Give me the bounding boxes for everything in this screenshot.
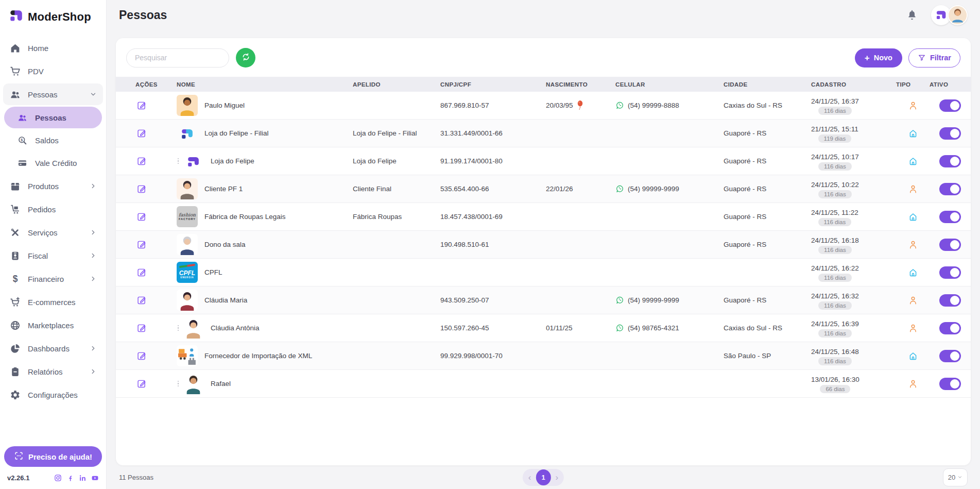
- registration-date: 24/11/25, 10:22: [811, 181, 859, 189]
- edit-button[interactable]: [136, 183, 149, 195]
- cell-nome: fashionFACTORYFábrica de Roupas Legais: [173, 206, 353, 227]
- sidebar-item-pessoas[interactable]: Pessoas: [3, 83, 103, 105]
- edit-button[interactable]: [136, 378, 149, 390]
- person-name: CPFL: [204, 268, 222, 276]
- phone-number: (54) 99999-8888: [628, 102, 679, 109]
- whatsapp-link[interactable]: (54) 99999-9999: [615, 296, 724, 305]
- active-toggle[interactable]: [939, 211, 961, 223]
- sidebar-footer: v2.26.1: [0, 472, 106, 489]
- whatsapp-link[interactable]: (54) 99999-9999: [615, 184, 724, 193]
- app-logo-text: ModerShop: [28, 10, 91, 24]
- active-toggle[interactable]: [939, 350, 961, 362]
- house-type-icon: [908, 351, 918, 361]
- sidebar-item-produtos[interactable]: Produtos: [3, 175, 103, 197]
- home-icon: [9, 42, 21, 54]
- sidebar-item-marketplaces[interactable]: Marketplaces: [3, 314, 103, 336]
- active-toggle[interactable]: [939, 127, 961, 140]
- people-icon: [16, 112, 28, 123]
- sidebar-item-home[interactable]: Home: [3, 37, 103, 59]
- registration-date: 24/11/25, 10:17: [811, 153, 859, 161]
- column-header-celular: CELULAR: [615, 81, 724, 88]
- sidebar-item-label: Fiscal: [28, 251, 48, 260]
- cell-tipo: [896, 351, 930, 361]
- active-toggle[interactable]: [939, 266, 961, 279]
- table-row-dono-da-sala: Dono da sala190.498.510-61Guaporé - RS24…: [116, 231, 971, 259]
- new-record-button[interactable]: + Novo: [855, 48, 902, 68]
- edit-button[interactable]: [136, 350, 149, 362]
- sidebar-item-label: Marketplaces: [28, 321, 74, 330]
- instagram-icon[interactable]: [54, 474, 62, 482]
- facebook-icon[interactable]: [66, 474, 74, 482]
- whatsapp-link[interactable]: (54) 99999-8888: [615, 101, 724, 110]
- active-toggle[interactable]: [939, 99, 961, 112]
- row-avatar: [177, 290, 198, 311]
- search-input[interactable]: [126, 48, 229, 68]
- youtube-icon[interactable]: [91, 474, 99, 482]
- edit-button[interactable]: [136, 294, 149, 307]
- active-toggle[interactable]: [939, 322, 961, 334]
- cell-apelido: Loja do Felipe - Filial: [353, 129, 440, 137]
- sidebar-item-fiscal[interactable]: Fiscal: [3, 245, 103, 266]
- sidebar-item-dashboards[interactable]: Dashboards: [3, 338, 103, 359]
- active-toggle[interactable]: [939, 155, 961, 167]
- cell-cadastro: 24/11/25, 11:22116 dias: [811, 208, 896, 226]
- cell-nome: Cláudia Antônia: [173, 317, 353, 339]
- sidebar-item-financeiro[interactable]: $Financeiro: [3, 268, 103, 290]
- linkedin-icon[interactable]: [79, 474, 87, 482]
- page-size-select[interactable]: 20: [943, 468, 968, 486]
- app-logo[interactable]: ModerShop: [0, 0, 106, 31]
- edit-button[interactable]: [136, 127, 149, 140]
- edit-button[interactable]: [136, 155, 149, 167]
- record-count: 11 Pessoas: [119, 474, 153, 481]
- active-toggle[interactable]: [939, 294, 961, 307]
- edit-button[interactable]: [136, 322, 149, 334]
- active-toggle[interactable]: [939, 378, 961, 390]
- cell-tipo: [896, 184, 930, 194]
- sidebar-item-saldos-sub[interactable]: $Saldos: [4, 129, 102, 151]
- person-type-icon: [908, 323, 918, 333]
- person-type-icon: [908, 240, 918, 250]
- cell-nome: Loja do Felipe - Filial: [173, 123, 353, 144]
- edit-button[interactable]: [136, 211, 149, 223]
- active-toggle[interactable]: [939, 239, 961, 251]
- active-toggle[interactable]: [939, 183, 961, 195]
- cell-cnpj-cpf: 31.331.449/0001-66: [440, 129, 546, 137]
- filter-button[interactable]: Filtrar: [908, 48, 960, 68]
- registration-date: 24/11/25, 16:22: [811, 264, 859, 272]
- whatsapp-link[interactable]: (54) 98765-4321: [615, 324, 724, 332]
- cell-cadastro: 13/01/26, 16:3066 dias: [811, 375, 896, 393]
- notifications-bell-icon[interactable]: [906, 9, 918, 21]
- person-type-icon: [908, 295, 918, 306]
- page-title: Pessoas: [119, 8, 167, 22]
- cell-cadastro: 24/11/25, 16:37116 dias: [811, 96, 896, 115]
- sidebar-item-pdv[interactable]: PDV: [3, 60, 103, 82]
- sidebar-item-e-commerces[interactable]: E-commerces: [3, 291, 103, 313]
- user-avatar[interactable]: [948, 5, 968, 25]
- row-avatar: [183, 317, 204, 339]
- sidebar-item-configuracoes[interactable]: Configurações: [3, 384, 103, 406]
- next-page-button[interactable]: ›: [555, 473, 560, 482]
- help-button[interactable]: Preciso de ajuda!: [4, 446, 102, 467]
- refresh-button[interactable]: [236, 48, 255, 68]
- sidebar-menu: HomePDVPessoasPessoas$SaldosVale Crédito…: [0, 36, 106, 407]
- registration-date: 24/11/25, 16:48: [811, 348, 859, 356]
- edit-button[interactable]: [136, 99, 149, 112]
- person-name: Loja do Felipe: [211, 157, 254, 165]
- edit-button[interactable]: [136, 266, 149, 279]
- whatsapp-icon: [615, 296, 624, 305]
- column-header-ativo: ATIVO: [930, 81, 971, 88]
- sidebar-item-vale-credito-sub[interactable]: Vale Crédito: [4, 152, 102, 174]
- sidebar-item-label: Configurações: [28, 391, 78, 399]
- person-name: Fábrica de Roupas Legais: [204, 213, 286, 221]
- current-page-button[interactable]: 1: [536, 469, 551, 485]
- toolbar-actions: + Novo Filtrar: [855, 48, 960, 68]
- sidebar-item-relatorios[interactable]: Relatórios: [3, 361, 103, 382]
- edit-button[interactable]: [136, 239, 149, 251]
- prev-page-button[interactable]: ‹: [527, 473, 532, 482]
- table-row-fornecedor-de-importacao-de-xml: Fornecedor de Importação de XML99.929.99…: [116, 342, 971, 370]
- sidebar-item-pedidos[interactable]: Pedidos: [3, 198, 103, 220]
- sidebar-item-pessoas-sub[interactable]: Pessoas: [4, 107, 102, 128]
- cell-tipo: [896, 128, 930, 139]
- sidebar-item-servicos[interactable]: Serviços: [3, 222, 103, 243]
- table-row-claudia-antonia: Cláudia Antônia150.597.260-4501/11/25(54…: [116, 314, 971, 342]
